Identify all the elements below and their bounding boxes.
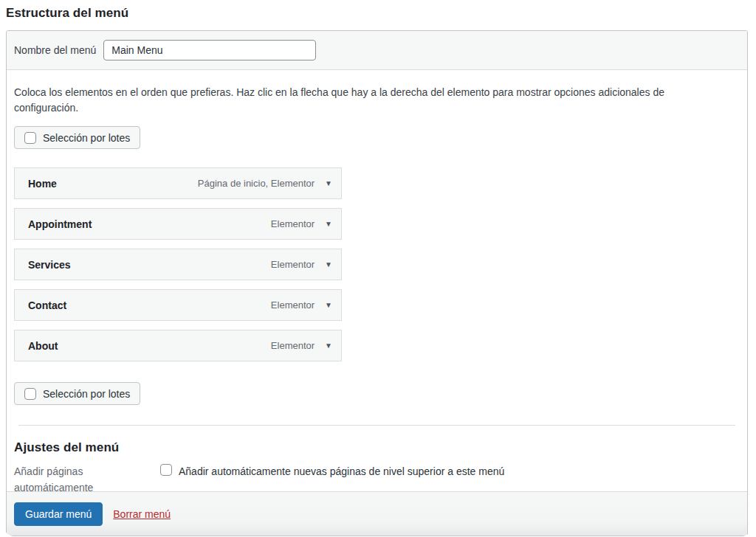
chevron-down-icon[interactable]: ▼ [325,261,332,268]
bulk-select-button-top[interactable]: Selección por lotes [14,126,140,149]
menu-editor-panel: Nombre del menú Coloca los elementos en … [6,30,748,536]
menu-item-label: Contact [28,299,66,311]
save-menu-button[interactable]: Guardar menú [14,502,103,526]
bulk-select-checkbox-bottom[interactable] [24,388,36,400]
menu-item-label: About [28,340,58,352]
chevron-down-icon[interactable]: ▼ [325,302,332,309]
menu-item-row[interactable]: Home Página de inicio, Elementor ▼ [14,167,342,199]
bulk-select-checkbox-top[interactable] [24,132,36,144]
bulk-select-label: Selección por lotes [43,388,130,400]
menu-item-label: Appointment [28,218,92,230]
menu-body: Coloca los elementos en el orden que pre… [7,70,747,491]
menu-items-list: Home Página de inicio, Elementor ▼ Appoi… [14,167,342,361]
menu-settings-title: Ajustes del menú [14,440,740,455]
auto-add-pages-row: Añadir páginas automáticamente Añadir au… [14,464,740,491]
menu-item-label: Services [28,259,71,271]
bulk-select-button-bottom[interactable]: Selección por lotes [14,382,140,405]
bulk-select-label: Selección por lotes [43,132,130,144]
menu-item-meta: Elementor [271,299,315,311]
menu-name-bar: Nombre del menú [7,31,747,70]
menu-item-row[interactable]: Appointment Elementor ▼ [14,208,342,240]
menu-item-row[interactable]: About Elementor ▼ [14,330,342,361]
auto-add-pages-checkbox[interactable] [160,464,172,476]
menu-item-row[interactable]: Services Elementor ▼ [14,249,342,280]
auto-add-pages-label: Añadir páginas automáticamente [14,464,140,491]
menu-name-input[interactable] [103,40,316,60]
menu-structure-page: Estructura del menú Nombre del menú Colo… [0,0,756,537]
save-actions-bar: Guardar menú Borrar menú [7,491,747,536]
menu-item-meta: Elementor [271,340,315,351]
page-title: Estructura del menú [6,6,756,21]
auto-add-pages-checkbox-label: Añadir automáticamente nuevas páginas de… [179,464,504,479]
chevron-down-icon[interactable]: ▼ [325,221,332,228]
menu-item-meta: Página de inicio, Elementor [198,178,315,189]
menu-item-row[interactable]: Contact Elementor ▼ [14,289,342,321]
chevron-down-icon[interactable]: ▼ [325,180,332,187]
menu-name-label: Nombre del menú [14,44,96,56]
instructions-text: Coloca los elementos en el orden que pre… [14,85,702,116]
menu-item-meta: Elementor [271,259,315,270]
delete-menu-link[interactable]: Borrar menú [113,508,171,520]
chevron-down-icon[interactable]: ▼ [325,342,332,350]
menu-item-label: Home [28,178,57,190]
section-divider [18,425,735,426]
auto-add-pages-field[interactable]: Añadir automáticamente nuevas páginas de… [160,464,504,479]
menu-item-meta: Elementor [271,218,315,229]
